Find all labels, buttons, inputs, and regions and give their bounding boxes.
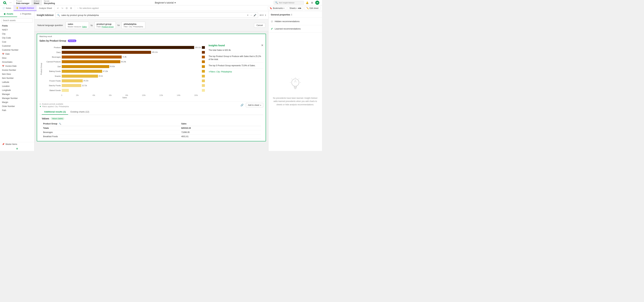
sidebar-assets-tab[interactable]: ◧ Assets [0, 11, 17, 17]
next-sheet-icon[interactable]: ▶ [300, 7, 301, 9]
bar-fill-canned [62, 60, 120, 63]
invoice-number-label: Invoice Number [2, 69, 16, 71]
prepare-nav[interactable]: Prepare Data manager [14, 0, 32, 5]
sidebar-item-customer-number[interactable]: Customer Number [0, 48, 34, 52]
link-chart-icon[interactable]: 🔗 [240, 103, 244, 107]
ia-search-arrow-icon[interactable]: → [250, 14, 252, 16]
layout-icon[interactable]: ⊟ [65, 6, 69, 10]
hidden-recommendations-item[interactable]: ⊘ Hidden recommendations [268, 18, 322, 25]
mini-bar-7 [202, 75, 205, 77]
menu-dots[interactable]: ··· [8, 1, 12, 4]
insight-advisor-label: Insight Advisor [20, 7, 34, 9]
notifications-icon[interactable]: 🔔 [305, 1, 309, 4]
sidebar-item-invoice-number[interactable]: Invoice Number [0, 68, 34, 72]
learned-recommendations-item[interactable]: ✔ Learned recommendations [268, 25, 322, 32]
edit-sheet-btn[interactable]: ✏️ Edit sheet [304, 6, 320, 10]
narrate-nav[interactable]: Narrate Storytelling [42, 0, 57, 5]
sidebar-add-btn[interactable]: ⊕ [0, 146, 34, 151]
sidebar-item-fields[interactable]: Fields [0, 24, 34, 28]
sidebar-item-city[interactable]: City [0, 32, 34, 36]
insights-close-icon[interactable]: ✕ [261, 44, 263, 47]
nlq-pill-sales[interactable]: sales Master measure: Sales [66, 22, 89, 29]
sidebar-item-longitude[interactable]: Longitude [0, 88, 34, 92]
redo-icon[interactable]: ↪ [60, 6, 64, 10]
app-title-chevron[interactable]: ▾ [174, 1, 176, 4]
bar-label-produce: Produce [43, 46, 61, 48]
nlq-pill-philadelphia[interactable]: philadelphia Filter: City: Philadelphia [122, 22, 145, 29]
analyze-nav[interactable]: Analyze Sheet [32, 0, 42, 5]
sidebar-master-items[interactable]: 📌 Master Items [0, 142, 34, 146]
properties-icon: ≡ [20, 13, 21, 15]
mini-bars-right [201, 44, 206, 94]
notes-tab[interactable]: 📄 Notes [0, 5, 14, 11]
matching-result-label: Matching result [37, 34, 266, 38]
cancel-button[interactable]: Cancel [254, 23, 265, 28]
nlq-connector1: by [90, 24, 93, 26]
additional-results-content: Values Values (table) Product Group 🔍 Sa… [40, 115, 263, 141]
user-avatar[interactable]: JK [315, 1, 319, 5]
undo-icon[interactable]: ↩ [56, 6, 60, 10]
ia-search-input[interactable] [61, 14, 245, 16]
col-product-group-label: Product Group [43, 123, 58, 125]
ia-header: Insight Advisor 🔍 ✕ → 🎤 en ▾ ℹ [34, 11, 268, 19]
nlq-pill-productgroup[interactable]: product group Field: Product Group [94, 22, 116, 29]
mini-bar-4 [202, 60, 205, 63]
app-logo[interactable]: ··· [1, 0, 14, 5]
ia-search-bar[interactable]: 🔍 ✕ → 🎤 [55, 12, 258, 18]
mini-bar-10 [202, 89, 205, 92]
sidebar-item-latitude[interactable]: Latitude [0, 80, 34, 84]
sidebar-item-cost[interactable]: Cost [0, 40, 34, 44]
sidebar-item-manager[interactable]: Manager [0, 92, 34, 96]
sidebar-item-item-number[interactable]: Item Number [0, 76, 34, 80]
ia-search-mic-icon[interactable]: 🎤 [254, 14, 256, 16]
grid-icon[interactable]: ⊞ [69, 6, 73, 10]
sidebar-item-order-number[interactable]: Order Number [0, 104, 34, 108]
sidebar-item-invoice-date[interactable]: 📅 Invoice Date [0, 64, 34, 68]
chart-container: Product Group Produce 156.11k [40, 44, 206, 94]
ia-search-clear-icon[interactable]: ✕ [247, 14, 249, 16]
sidebar-item-item-desc[interactable]: Item Desc [0, 72, 34, 76]
sidebar-item-grosssales[interactable]: GrossSales [0, 60, 34, 64]
add-to-sheet-button[interactable]: Add to sheet ▾ [246, 103, 263, 107]
margin-label: Margin [2, 101, 8, 103]
sidebar-item-location[interactable]: Location [0, 84, 34, 88]
sidebar-item-manager-number[interactable]: Manager Number [0, 96, 34, 100]
sidebar-search-input[interactable] [1, 18, 33, 22]
prev-sheet-icon[interactable]: ◀ [298, 7, 299, 9]
sidebar-item-desc[interactable]: Desc [0, 56, 34, 60]
sidebar-scroll: Fields %KEY City City Code Cost Customer… [0, 24, 34, 142]
chart-title: Sales by Product Group [40, 39, 66, 42]
existing-charts-tab[interactable]: Existing charts (12) [68, 109, 92, 115]
insight-advisor-tab[interactable]: 💡 Insight Advisor [14, 5, 36, 11]
no-selections-icon: ○ [77, 7, 78, 9]
analyze-sheet-tab[interactable]: Analyze Sheet [36, 5, 54, 11]
master-items-icon: 📌 [2, 143, 4, 145]
sidebar-item-customer[interactable]: Customer [0, 44, 34, 48]
sidebar-item-date[interactable]: 📅 Date [0, 52, 34, 56]
sidebar-item-margin[interactable]: Margin [0, 100, 34, 104]
ia-language-selector[interactable]: en ▾ [260, 14, 264, 16]
additional-results-tab[interactable]: Additional results (1) [42, 109, 68, 115]
sidebar-item-key[interactable]: %KEY [0, 28, 34, 32]
values-table: Product Group 🔍 Sales Totals 620310.19 [42, 122, 261, 139]
table-row-totals: Totals 620310.19 [42, 126, 261, 130]
longitude-label: Longitude [2, 89, 11, 91]
app-title: Beginner's tutorial [155, 1, 174, 4]
bar-row-starchy: Starchy Foods 22.71k [43, 84, 201, 87]
ask-insight-advisor-search[interactable]: 🔍 Ask Insight Advisor [274, 1, 304, 4]
add-to-sheet-label: Add to sheet [248, 104, 259, 106]
apps-icon[interactable]: ⊞ [310, 1, 314, 4]
sidebar-item-citycode[interactable]: City Code [0, 36, 34, 40]
right-panel-info-icon[interactable]: ℹ [291, 13, 292, 16]
mini-bar-6 [202, 70, 205, 73]
ia-info-icon[interactable]: ℹ [265, 14, 266, 16]
insights-title: Insights found ✕ [208, 44, 263, 47]
sheets-btn[interactable]: Sheets ▾ ◀ ▶ [288, 6, 303, 10]
sidebar-properties-tab[interactable]: ≡ Properties [17, 11, 34, 17]
bookmarks-btn[interactable]: 🔖 Bookmarks ▾ [268, 6, 286, 10]
search-icon-small[interactable]: 🔍 [59, 123, 61, 125]
path-label: Path [2, 109, 6, 111]
nlq-sales-link[interactable]: Sales [82, 26, 87, 28]
sidebar-item-path[interactable]: Path [0, 108, 34, 112]
nlq-productgroup-link[interactable]: Product Group [102, 26, 114, 28]
